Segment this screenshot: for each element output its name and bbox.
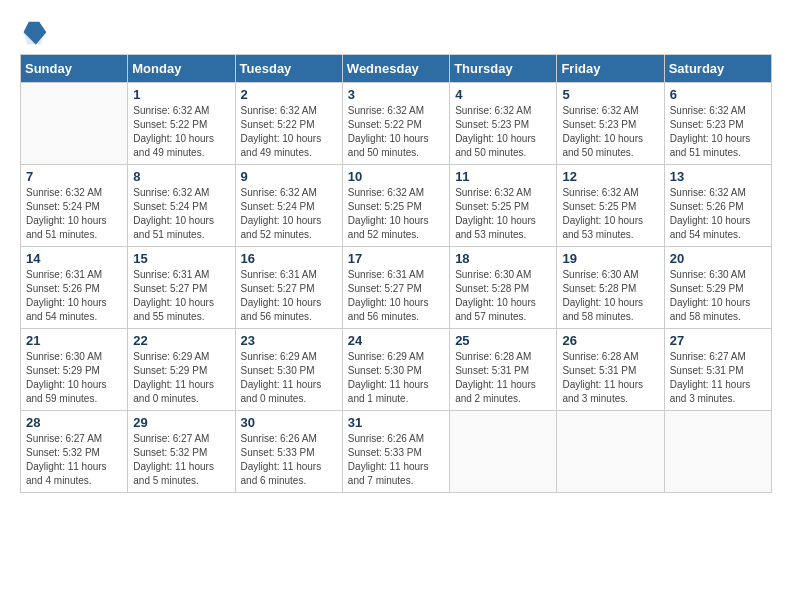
calendar-cell: 3Sunrise: 6:32 AMSunset: 5:22 PMDaylight… [342, 83, 449, 165]
calendar-cell [664, 411, 771, 493]
weekday-header-saturday: Saturday [664, 55, 771, 83]
calendar-cell: 6Sunrise: 6:32 AMSunset: 5:23 PMDaylight… [664, 83, 771, 165]
calendar-cell: 13Sunrise: 6:32 AMSunset: 5:26 PMDayligh… [664, 165, 771, 247]
day-number: 8 [133, 169, 229, 184]
calendar-cell: 27Sunrise: 6:27 AMSunset: 5:31 PMDayligh… [664, 329, 771, 411]
day-info: Sunrise: 6:31 AMSunset: 5:27 PMDaylight:… [133, 268, 229, 324]
day-number: 25 [455, 333, 551, 348]
day-number: 26 [562, 333, 658, 348]
calendar-week-row: 28Sunrise: 6:27 AMSunset: 5:32 PMDayligh… [21, 411, 772, 493]
day-info: Sunrise: 6:29 AMSunset: 5:30 PMDaylight:… [348, 350, 444, 406]
day-number: 6 [670, 87, 766, 102]
calendar-cell: 11Sunrise: 6:32 AMSunset: 5:25 PMDayligh… [450, 165, 557, 247]
day-info: Sunrise: 6:32 AMSunset: 5:26 PMDaylight:… [670, 186, 766, 242]
weekday-header-row: SundayMondayTuesdayWednesdayThursdayFrid… [21, 55, 772, 83]
calendar-cell: 1Sunrise: 6:32 AMSunset: 5:22 PMDaylight… [128, 83, 235, 165]
day-number: 22 [133, 333, 229, 348]
calendar-cell: 26Sunrise: 6:28 AMSunset: 5:31 PMDayligh… [557, 329, 664, 411]
calendar-week-row: 1Sunrise: 6:32 AMSunset: 5:22 PMDaylight… [21, 83, 772, 165]
calendar-cell: 15Sunrise: 6:31 AMSunset: 5:27 PMDayligh… [128, 247, 235, 329]
calendar-cell: 22Sunrise: 6:29 AMSunset: 5:29 PMDayligh… [128, 329, 235, 411]
day-info: Sunrise: 6:29 AMSunset: 5:30 PMDaylight:… [241, 350, 337, 406]
calendar-cell [21, 83, 128, 165]
day-number: 30 [241, 415, 337, 430]
calendar-cell: 4Sunrise: 6:32 AMSunset: 5:23 PMDaylight… [450, 83, 557, 165]
calendar-week-row: 14Sunrise: 6:31 AMSunset: 5:26 PMDayligh… [21, 247, 772, 329]
calendar-cell: 7Sunrise: 6:32 AMSunset: 5:24 PMDaylight… [21, 165, 128, 247]
weekday-header-friday: Friday [557, 55, 664, 83]
calendar-cell: 14Sunrise: 6:31 AMSunset: 5:26 PMDayligh… [21, 247, 128, 329]
day-number: 12 [562, 169, 658, 184]
calendar-cell: 30Sunrise: 6:26 AMSunset: 5:33 PMDayligh… [235, 411, 342, 493]
day-number: 19 [562, 251, 658, 266]
day-number: 27 [670, 333, 766, 348]
day-number: 7 [26, 169, 122, 184]
calendar-week-row: 7Sunrise: 6:32 AMSunset: 5:24 PMDaylight… [21, 165, 772, 247]
day-info: Sunrise: 6:26 AMSunset: 5:33 PMDaylight:… [241, 432, 337, 488]
day-info: Sunrise: 6:27 AMSunset: 5:31 PMDaylight:… [670, 350, 766, 406]
day-number: 4 [455, 87, 551, 102]
day-number: 16 [241, 251, 337, 266]
day-number: 31 [348, 415, 444, 430]
day-info: Sunrise: 6:32 AMSunset: 5:25 PMDaylight:… [455, 186, 551, 242]
day-info: Sunrise: 6:28 AMSunset: 5:31 PMDaylight:… [455, 350, 551, 406]
calendar-cell: 17Sunrise: 6:31 AMSunset: 5:27 PMDayligh… [342, 247, 449, 329]
day-number: 14 [26, 251, 122, 266]
calendar-cell [557, 411, 664, 493]
day-info: Sunrise: 6:31 AMSunset: 5:26 PMDaylight:… [26, 268, 122, 324]
day-info: Sunrise: 6:31 AMSunset: 5:27 PMDaylight:… [348, 268, 444, 324]
weekday-header-wednesday: Wednesday [342, 55, 449, 83]
day-number: 17 [348, 251, 444, 266]
logo [20, 20, 52, 48]
calendar-cell: 19Sunrise: 6:30 AMSunset: 5:28 PMDayligh… [557, 247, 664, 329]
day-number: 29 [133, 415, 229, 430]
day-info: Sunrise: 6:26 AMSunset: 5:33 PMDaylight:… [348, 432, 444, 488]
day-number: 21 [26, 333, 122, 348]
day-info: Sunrise: 6:32 AMSunset: 5:22 PMDaylight:… [241, 104, 337, 160]
calendar-cell: 21Sunrise: 6:30 AMSunset: 5:29 PMDayligh… [21, 329, 128, 411]
day-info: Sunrise: 6:29 AMSunset: 5:29 PMDaylight:… [133, 350, 229, 406]
day-info: Sunrise: 6:30 AMSunset: 5:28 PMDaylight:… [562, 268, 658, 324]
day-info: Sunrise: 6:30 AMSunset: 5:29 PMDaylight:… [26, 350, 122, 406]
day-info: Sunrise: 6:31 AMSunset: 5:27 PMDaylight:… [241, 268, 337, 324]
calendar-cell [450, 411, 557, 493]
calendar-cell: 23Sunrise: 6:29 AMSunset: 5:30 PMDayligh… [235, 329, 342, 411]
weekday-header-sunday: Sunday [21, 55, 128, 83]
day-number: 20 [670, 251, 766, 266]
calendar-cell: 16Sunrise: 6:31 AMSunset: 5:27 PMDayligh… [235, 247, 342, 329]
day-number: 1 [133, 87, 229, 102]
day-info: Sunrise: 6:32 AMSunset: 5:25 PMDaylight:… [348, 186, 444, 242]
day-info: Sunrise: 6:32 AMSunset: 5:25 PMDaylight:… [562, 186, 658, 242]
calendar-cell: 9Sunrise: 6:32 AMSunset: 5:24 PMDaylight… [235, 165, 342, 247]
day-info: Sunrise: 6:32 AMSunset: 5:23 PMDaylight:… [455, 104, 551, 160]
logo-icon [20, 20, 48, 48]
calendar-cell: 18Sunrise: 6:30 AMSunset: 5:28 PMDayligh… [450, 247, 557, 329]
day-number: 18 [455, 251, 551, 266]
day-number: 15 [133, 251, 229, 266]
calendar-week-row: 21Sunrise: 6:30 AMSunset: 5:29 PMDayligh… [21, 329, 772, 411]
day-number: 23 [241, 333, 337, 348]
day-number: 24 [348, 333, 444, 348]
weekday-header-monday: Monday [128, 55, 235, 83]
day-info: Sunrise: 6:32 AMSunset: 5:23 PMDaylight:… [562, 104, 658, 160]
calendar-cell: 5Sunrise: 6:32 AMSunset: 5:23 PMDaylight… [557, 83, 664, 165]
calendar-cell: 20Sunrise: 6:30 AMSunset: 5:29 PMDayligh… [664, 247, 771, 329]
day-info: Sunrise: 6:32 AMSunset: 5:24 PMDaylight:… [26, 186, 122, 242]
day-info: Sunrise: 6:32 AMSunset: 5:23 PMDaylight:… [670, 104, 766, 160]
weekday-header-tuesday: Tuesday [235, 55, 342, 83]
calendar-cell: 10Sunrise: 6:32 AMSunset: 5:25 PMDayligh… [342, 165, 449, 247]
calendar-cell: 25Sunrise: 6:28 AMSunset: 5:31 PMDayligh… [450, 329, 557, 411]
calendar-cell: 28Sunrise: 6:27 AMSunset: 5:32 PMDayligh… [21, 411, 128, 493]
calendar-cell: 29Sunrise: 6:27 AMSunset: 5:32 PMDayligh… [128, 411, 235, 493]
day-number: 28 [26, 415, 122, 430]
day-number: 3 [348, 87, 444, 102]
page-header [20, 20, 772, 48]
day-number: 11 [455, 169, 551, 184]
calendar-cell: 31Sunrise: 6:26 AMSunset: 5:33 PMDayligh… [342, 411, 449, 493]
day-info: Sunrise: 6:27 AMSunset: 5:32 PMDaylight:… [133, 432, 229, 488]
day-info: Sunrise: 6:28 AMSunset: 5:31 PMDaylight:… [562, 350, 658, 406]
calendar-table: SundayMondayTuesdayWednesdayThursdayFrid… [20, 54, 772, 493]
day-number: 13 [670, 169, 766, 184]
day-info: Sunrise: 6:30 AMSunset: 5:28 PMDaylight:… [455, 268, 551, 324]
day-number: 10 [348, 169, 444, 184]
